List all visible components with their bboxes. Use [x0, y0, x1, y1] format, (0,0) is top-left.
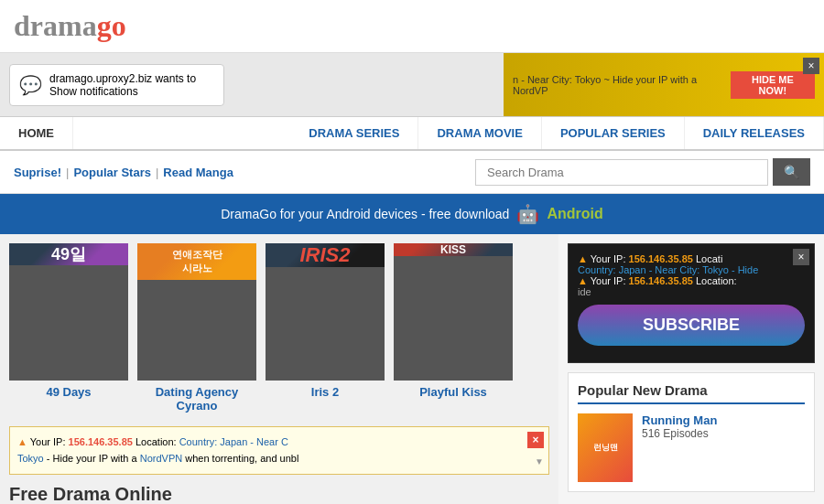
drama-title-3: Iris 2 — [266, 385, 385, 399]
popular-section: Popular New Drama 런닝맨 Running Man 516 Ep… — [568, 372, 815, 492]
subscribe-button[interactable]: SUBSCRIBE — [578, 305, 805, 346]
drama-card-4[interactable]: KISS Playful Kiss — [394, 243, 513, 413]
android-icon: 🤖 — [516, 203, 539, 225]
drama-title-2: Dating Agency Cyrano — [137, 385, 256, 413]
content-ad-loc: Location: — [136, 436, 179, 447]
content-area: 49일 49 Days 연애조작단시라노 Dating Agency Cyran… — [0, 234, 558, 504]
ad-vpn-text: n - Near City: Tokyo ~ Hide your IP with… — [513, 74, 726, 96]
content-ad-vpn-link[interactable]: NordVPN — [140, 453, 182, 464]
drama-card-3[interactable]: IRIS2 Iris 2 — [266, 243, 385, 413]
close-ad-button[interactable]: × — [803, 58, 819, 74]
vpn-ad-line2: Country: Japan - Near City: Tokyo - Hide — [578, 264, 805, 275]
drama-poster-2: 연애조작단시라노 — [137, 243, 256, 381]
poster-img-2: 연애조작단시라노 — [137, 243, 256, 280]
nav-popular-series[interactable]: POPULAR SERIES — [542, 117, 685, 149]
popular-item: 런닝맨 Running Man 516 Episodes — [578, 413, 805, 482]
popular-drama-episodes: 516 Episodes — [642, 427, 805, 440]
content-ad-country: Country: Japan - Near C — [179, 436, 288, 447]
sep-2: | — [156, 166, 158, 179]
notification-text-1: dramago.uproxy2.biz wants to — [49, 72, 196, 85]
ad-banner: 💬 dramago.uproxy2.biz wants to Show noti… — [0, 53, 824, 117]
nav-drama-series[interactable]: DRAMA SERIES — [290, 117, 418, 149]
poster-img-1: 49일 — [9, 243, 128, 265]
popular-thumb: 런닝맨 — [578, 413, 633, 482]
poster-img-3: IRIS2 — [266, 243, 385, 267]
main-nav: HOME DRAMA SERIES DRAMA MOVIE POPULAR SE… — [0, 117, 824, 151]
drama-title-4: Playful Kiss — [394, 385, 513, 399]
close-content-ad-button[interactable]: × — [527, 432, 544, 448]
content-ad-text: Your IP: — [30, 436, 69, 447]
nav-home[interactable]: HOME — [0, 117, 73, 149]
sep-1: | — [66, 166, 69, 179]
vpn-ip-1: 156.146.35.85 — [629, 253, 693, 264]
scroll-arrow-icon: ▼ — [535, 455, 544, 469]
content-ad-vpn-text: - Hide your IP with a — [47, 453, 140, 464]
drama-poster-1: 49일 — [9, 243, 128, 381]
free-drama-section: Free Drama Online The Good Detective KOR… — [9, 484, 549, 504]
android-logo: Android — [547, 206, 602, 222]
close-vpn-ad-button[interactable]: × — [793, 249, 809, 265]
logo-prefix: drama — [14, 9, 97, 42]
main-content: 49일 49 Days 연애조작단시라노 Dating Agency Cyran… — [0, 234, 824, 504]
subnav-suprise[interactable]: Suprise! — [14, 166, 61, 179]
android-banner-text: DramaGo for your Android devices - free … — [221, 207, 509, 221]
vpn-loc-text: Locati — [696, 253, 722, 264]
sidebar: × ▲ Your IP: 156.146.35.85 Locati Countr… — [558, 234, 824, 504]
logo-suffix: go — [97, 9, 126, 42]
popular-section-title: Popular New Drama — [578, 382, 805, 404]
logo[interactable]: dramago — [14, 9, 126, 43]
search-area: 🔍 — [475, 158, 810, 186]
subnav: Suprise! | Popular Stars | Read Manga 🔍 — [0, 151, 824, 194]
search-button[interactable]: 🔍 — [773, 158, 810, 186]
notification-popup: 💬 dramago.uproxy2.biz wants to Show noti… — [9, 64, 224, 106]
vpn-ip-2: 156.146.35.85 — [629, 275, 693, 286]
vpn-ad: × ▲ Your IP: 156.146.35.85 Locati Countr… — [568, 243, 815, 363]
content-ad-ip: 156.146.35.85 — [69, 436, 133, 447]
drama-card-2[interactable]: 연애조작단시라노 Dating Agency Cyrano — [137, 243, 256, 413]
drama-title-1: 49 Days — [9, 385, 128, 399]
chat-icon: 💬 — [19, 74, 42, 96]
subnav-read-manga[interactable]: Read Manga — [163, 166, 233, 179]
header: dramago — [0, 0, 824, 53]
notification-text-2: Show notifications — [49, 85, 196, 98]
drama-card-1[interactable]: 49일 49 Days — [9, 243, 128, 413]
search-input[interactable] — [475, 159, 768, 186]
vpn-ad-line3: ▲ Your IP: 156.146.35.85 Location: — [578, 275, 805, 286]
hide-now-button[interactable]: HIDE ME NOW! — [731, 71, 815, 99]
android-banner: DramaGo for your Android devices - free … — [0, 194, 824, 234]
popular-thumb-img: 런닝맨 — [578, 413, 633, 482]
popular-info: Running Man 516 Episodes — [642, 413, 805, 440]
poster-img-4: KISS — [394, 243, 513, 256]
nav-daily-releases[interactable]: DAILY RELEASES — [685, 117, 824, 149]
drama-poster-4: KISS — [394, 243, 513, 381]
subnav-links: Suprise! | Popular Stars | Read Manga — [14, 166, 233, 179]
free-drama-title: Free Drama Online — [9, 484, 549, 504]
content-ad-warn-icon: ▲ — [17, 436, 27, 447]
vpn-ad-line4: ide — [578, 286, 805, 297]
subnav-popular-stars[interactable]: Popular Stars — [73, 166, 151, 179]
drama-cards: 49일 49 Days 연애조작단시라노 Dating Agency Cyran… — [9, 243, 549, 413]
popular-drama-name[interactable]: Running Man — [642, 413, 805, 427]
vpn-warn-icon-1: ▲ — [578, 253, 588, 264]
content-ad: ▲ Your IP: 156.146.35.85 Location: Count… — [9, 426, 549, 475]
nav-drama-movie[interactable]: DRAMA MOVIE — [418, 117, 541, 149]
content-ad-extra: when torrenting, and unbl — [185, 453, 298, 464]
content-ad-city-link: Tokyo — [17, 453, 44, 464]
vpn-ad-line1: ▲ Your IP: 156.146.35.85 Locati — [578, 253, 805, 264]
drama-poster-3: IRIS2 — [266, 243, 385, 381]
vpn-warn-icon-2: ▲ — [578, 275, 588, 286]
ad-banner-right: n - Near City: Tokyo ~ Hide your IP with… — [504, 53, 824, 116]
